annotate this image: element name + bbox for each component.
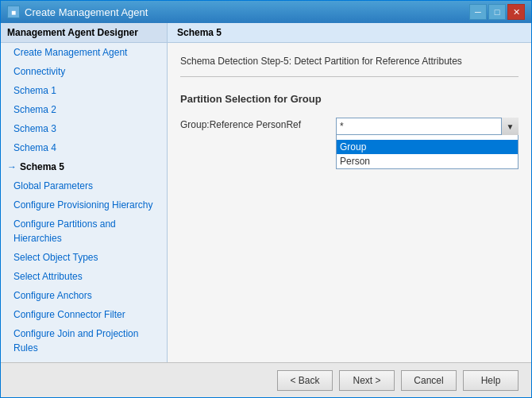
sidebar: Management Agent Designer Create Managem…	[1, 23, 168, 362]
sidebar-item-select-object-types[interactable]: Select Object Types	[1, 248, 167, 267]
title-bar: ■ Create Management Agent ─ □ ✕	[1, 1, 531, 23]
dropdown-option-group[interactable]: Group	[337, 140, 518, 154]
sidebar-item-configure-join[interactable]: Configure Join and Projection Rules	[1, 324, 167, 357]
dropdown-option-person[interactable]: Person	[337, 154, 518, 168]
main-window: ■ Create Management Agent ─ □ ✕ Manageme…	[0, 0, 532, 398]
sidebar-item-configure-connector-filter[interactable]: Configure Connector Filter	[1, 305, 167, 324]
sidebar-item-configure-provisioning-hierarchy[interactable]: Configure Provisioning Hierarchy	[1, 195, 167, 214]
minimize-button[interactable]: ─	[469, 4, 487, 20]
dropdown-arrow-icon[interactable]: ▼	[501, 118, 519, 135]
sidebar-item-connectivity[interactable]: Connectivity	[1, 62, 167, 81]
title-bar-buttons: ─ □ ✕	[469, 4, 525, 20]
maximize-button[interactable]: □	[488, 4, 506, 20]
panel-header: Schema 5	[168, 23, 531, 43]
app-icon: ■	[7, 6, 20, 18]
cancel-button[interactable]: Cancel	[401, 370, 457, 391]
dropdown-container: ▼ Group Person	[336, 118, 519, 135]
reference-dropdown-input[interactable]	[336, 118, 519, 135]
sidebar-item-global-parameters[interactable]: Global Parameters	[1, 176, 167, 195]
sidebar-item-select-attributes[interactable]: Select Attributes	[1, 267, 167, 286]
sidebar-header: Management Agent Designer	[1, 23, 167, 43]
panel-content: Schema Detection Step-5: Detect Partitio…	[168, 43, 531, 362]
sidebar-item-schema3[interactable]: Schema 3	[1, 119, 167, 138]
section-title: Partition Selection for Group	[180, 93, 519, 105]
form-row: Group:Reference PersonRef ▼ Group Person	[180, 118, 519, 135]
main-panel: Schema 5 Schema Detection Step-5: Detect…	[168, 23, 531, 362]
step-description: Schema Detection Step-5: Detect Partitio…	[180, 56, 519, 77]
footer: < Back Next > Cancel Help	[1, 362, 531, 397]
close-button[interactable]: ✕	[507, 4, 525, 20]
help-button[interactable]: Help	[463, 370, 519, 391]
window-title: Create Management Agent	[25, 6, 148, 18]
sidebar-item-schema5[interactable]: → Schema 5	[1, 157, 167, 176]
sidebar-item-schema2[interactable]: Schema 2	[1, 100, 167, 119]
content-area: Management Agent Designer Create Managem…	[1, 23, 531, 362]
dropdown-list: Group Person	[336, 135, 519, 169]
next-button[interactable]: Next >	[339, 370, 395, 391]
back-button[interactable]: < Back	[277, 370, 333, 391]
sidebar-item-schema1[interactable]: Schema 1	[1, 81, 167, 100]
form-label: Group:Reference PersonRef	[180, 118, 323, 130]
sidebar-item-configure-anchors[interactable]: Configure Anchors	[1, 286, 167, 305]
sidebar-item-schema4[interactable]: Schema 4	[1, 138, 167, 157]
sidebar-item-schema5-label: Schema 5	[20, 160, 64, 174]
sidebar-item-configure-partitions[interactable]: Configure Partitions and Hierarchies	[1, 214, 167, 248]
arrow-icon: →	[7, 160, 17, 174]
title-bar-left: ■ Create Management Agent	[7, 6, 148, 18]
sidebar-item-create-management-agent[interactable]: Create Management Agent	[1, 43, 167, 62]
